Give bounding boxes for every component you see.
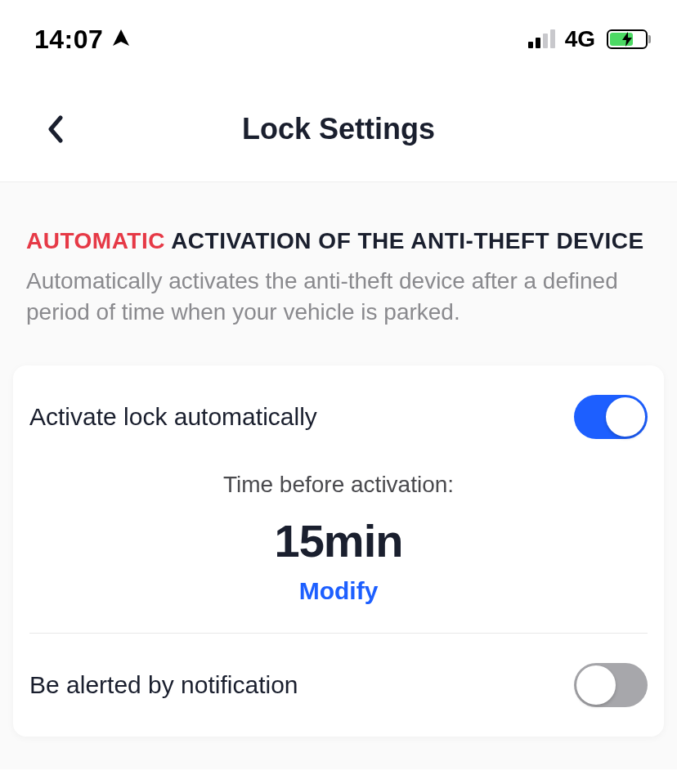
activate-lock-toggle[interactable] bbox=[574, 395, 648, 439]
content-area: AUTOMATIC ACTIVATION OF THE ANTI-THEFT D… bbox=[0, 181, 677, 769]
status-time: 14:07 bbox=[34, 25, 103, 55]
activate-lock-row: Activate lock automatically bbox=[13, 365, 664, 468]
toggle-knob bbox=[576, 665, 616, 705]
modify-button[interactable]: Modify bbox=[299, 577, 379, 605]
battery-icon bbox=[607, 29, 648, 49]
section-description: Automatically activates the anti-theft d… bbox=[26, 266, 651, 328]
status-bar: 14:07 4G bbox=[0, 0, 677, 65]
activate-lock-label: Activate lock automatically bbox=[29, 403, 317, 431]
time-before-activation-block: Time before activation: 15min Modify bbox=[13, 468, 664, 633]
time-value: 15min bbox=[29, 514, 648, 567]
nav-header: Lock Settings bbox=[0, 65, 677, 181]
section-title-accent: AUTOMATIC bbox=[26, 228, 165, 253]
notification-toggle[interactable] bbox=[574, 663, 648, 707]
toggle-knob bbox=[606, 397, 645, 437]
notification-row: Be alerted by notification bbox=[13, 634, 664, 737]
status-bar-left: 14:07 bbox=[34, 25, 131, 55]
section-title-rest: ACTIVATION OF THE ANTI-THEFT DEVICE bbox=[165, 228, 644, 253]
signal-icon bbox=[528, 30, 555, 48]
section-title: AUTOMATIC ACTIVATION OF THE ANTI-THEFT D… bbox=[26, 226, 651, 256]
page-title: Lock Settings bbox=[242, 112, 435, 146]
status-bar-right: 4G bbox=[528, 26, 648, 52]
location-icon bbox=[111, 28, 131, 51]
network-label: 4G bbox=[565, 26, 595, 52]
time-caption: Time before activation: bbox=[29, 472, 648, 498]
notification-label: Be alerted by notification bbox=[29, 671, 298, 699]
back-button[interactable] bbox=[39, 113, 72, 146]
section-header: AUTOMATIC ACTIVATION OF THE ANTI-THEFT D… bbox=[13, 182, 664, 347]
settings-card: Activate lock automatically Time before … bbox=[13, 365, 664, 737]
